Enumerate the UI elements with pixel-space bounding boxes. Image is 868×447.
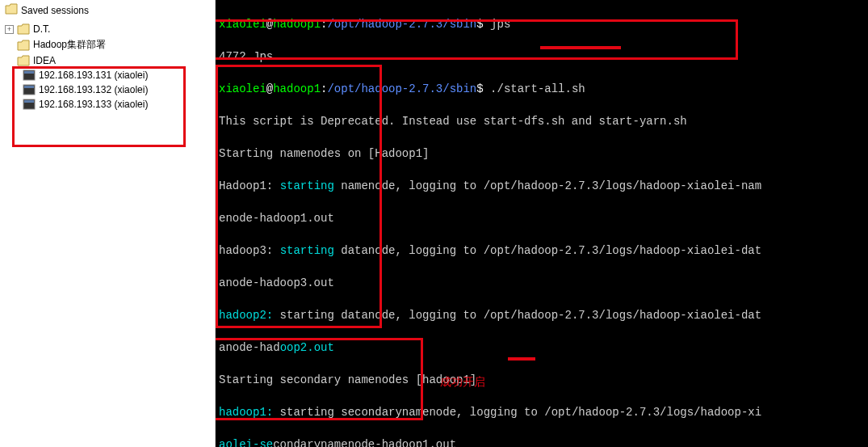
folder-sessions-icon [5,3,18,17]
tree-item-host-133[interactable]: 192.168.193.133 (xiaolei) [0,97,215,112]
term-line: enode-hadoop1.out [219,210,865,226]
term-line: anode-hadoop3.out [219,275,865,291]
term-line: anode-hadoop2.out [219,339,865,356]
tree-item-label: Hadoop集群部署 [33,38,106,52]
term-line: hadoop2: starting datanode, logging to /… [219,307,865,323]
tree-item-dt[interactable]: + D.T. [0,22,215,36]
highlight-underline-jps [508,357,535,361]
tree-item-hadoop[interactable]: Hadoop集群部署 [0,36,215,53]
sidebar-header-label: Saved sessions [21,5,89,16]
folder-icon [17,55,30,66]
tree-item-label: 192.168.193.132 (xiaolei) [39,84,148,95]
term-line: This script is Deprecated. Instead use s… [219,113,865,129]
expander-icon[interactable]: + [5,25,14,34]
tree-item-label: IDEA [33,55,56,66]
term-line: hadoop1: starting secondarynamenode, log… [219,404,865,420]
term-line: hadoop3: starting datanode, logging to /… [219,242,865,259]
terminal-icon [23,84,36,95]
tree-item-label: 192.168.193.131 (xiaolei) [39,70,148,81]
tree-item-label: 192.168.193.133 (xiaolei) [39,99,148,110]
annotation-success: 成功开启 [440,373,485,390]
sidebar: Saved sessions + D.T. Hadoop集群部署 IDEA 19… [0,0,216,447]
term-line: 4772 Jps [219,48,865,65]
term-line: xiaolei@hadoop1:/opt/hadoop-2.7.3/sbin$ … [219,81,865,97]
folder-icon [17,23,30,35]
session-tree: + D.T. Hadoop集群部署 IDEA 192.168.193.131 (… [0,20,215,113]
terminal-icon [23,70,36,81]
tree-item-host-132[interactable]: 192.168.193.132 (xiaolei) [0,82,215,97]
svg-rect-1 [24,71,34,74]
svg-rect-3 [24,86,34,88]
tree-item-host-131[interactable]: 192.168.193.131 (xiaolei) [0,68,215,82]
tree-item-label: D.T. [33,23,50,35]
folder-icon [17,40,30,51]
sidebar-header: Saved sessions [0,0,215,20]
term-line: aolei-secondarynamenode-hadoop1.out [219,436,865,447]
tree-item-idea[interactable]: IDEA [0,53,215,68]
term-line: Hadoop1: starting namenode, logging to /… [219,178,865,194]
term-line: xiaolei@hadoop1:/opt/hadoop-2.7.3/sbin$ … [219,16,865,32]
terminal[interactable]: xiaolei@hadoop1:/opt/hadoop-2.7.3/sbin$ … [216,0,868,447]
svg-rect-5 [24,100,34,103]
terminal-icon [23,99,36,110]
term-line: Starting namenodes on [Hadoop1] [219,145,865,162]
term-line: Starting secondary namenodes [hadoop1] [219,372,865,388]
